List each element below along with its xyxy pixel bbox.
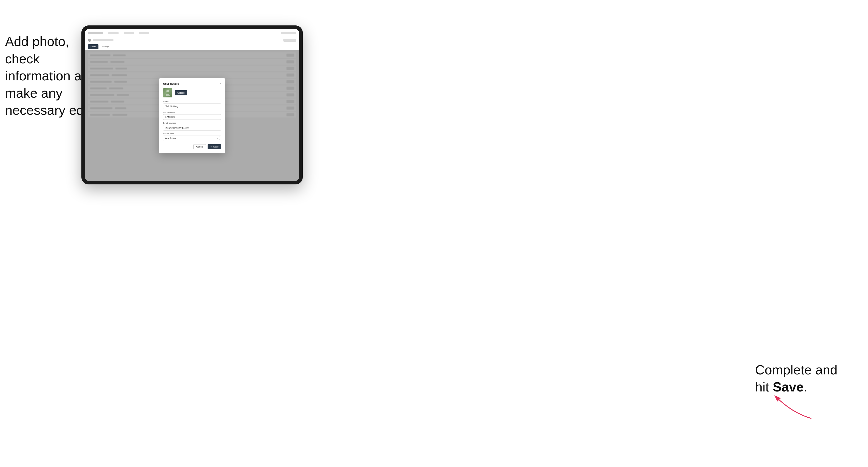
modal-overlay: User details × [85, 50, 299, 181]
user-details-modal: User details × [159, 78, 225, 153]
tablet-device: Users Settings [82, 25, 303, 184]
nav-admin [139, 32, 149, 34]
modal-header: User details × [163, 82, 221, 85]
tab-users[interactable]: Users [88, 44, 98, 49]
annotation-right-line1: Complete and [755, 363, 837, 377]
upload-photo-button[interactable]: Upload [175, 90, 187, 95]
nav-connections [108, 32, 119, 34]
select-icon-group: × ⌃⌄ [217, 136, 220, 141]
name-label: Name [163, 100, 221, 103]
user-photo-thumbnail [163, 88, 172, 97]
content-area: User details × [85, 50, 299, 181]
tab-settings[interactable]: Settings [99, 44, 112, 49]
breadcrumb-text [93, 39, 114, 41]
annotation-right-end: . [804, 379, 807, 394]
school-year-select[interactable] [163, 135, 221, 141]
school-year-select-container: × ⌃⌄ [163, 135, 221, 141]
save-button[interactable]: ⬆ Save [208, 144, 221, 149]
select-clear-icon[interactable]: × [217, 137, 218, 139]
school-year-label: School Year [163, 132, 221, 135]
header-right-area [281, 32, 296, 34]
school-year-field-group: School Year × ⌃⌄ [163, 132, 221, 141]
display-name-field-group: Display name [163, 111, 221, 120]
app-header [85, 29, 299, 37]
display-name-label: Display name [163, 111, 221, 114]
breadcrumb-icon [88, 39, 91, 42]
photo-section: Upload [163, 88, 221, 97]
app-logo [88, 32, 103, 34]
email-field-group: Email address [163, 122, 221, 130]
photo-thumb-inner [163, 88, 172, 97]
select-dropdown-icon[interactable]: ⌃⌄ [219, 136, 220, 141]
save-icon: ⬆ [210, 146, 212, 148]
name-field-group: Name [163, 100, 221, 109]
app-subheader [85, 37, 299, 43]
svg-point-0 [166, 90, 169, 92]
modal-close-button[interactable]: × [220, 82, 221, 85]
tablet-screen: Users Settings [85, 29, 299, 181]
subheader-right [283, 39, 296, 42]
save-label: Save [213, 146, 219, 148]
email-input[interactable] [163, 125, 221, 130]
modal-title: User details [163, 82, 179, 85]
annotation-right: Complete and hit Save. [755, 362, 837, 396]
cancel-button[interactable]: Cancel [193, 144, 206, 149]
annotation-save-word: Save [773, 379, 804, 394]
nav-library [124, 32, 134, 34]
tabs-bar: Users Settings [85, 43, 299, 50]
annotation-right-line2: hit [755, 379, 773, 394]
modal-footer: Cancel ⬆ Save [163, 144, 221, 149]
person-silhouette-icon [165, 89, 170, 96]
email-label: Email address [163, 122, 221, 124]
name-input[interactable] [163, 103, 221, 109]
display-name-input[interactable] [163, 114, 221, 120]
